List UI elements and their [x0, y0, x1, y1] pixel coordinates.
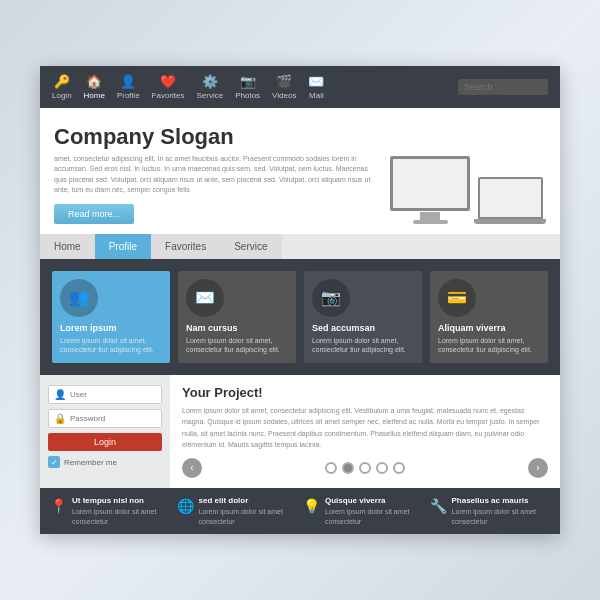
hero-section: Company Slogan amet, consectetur adipisc… — [40, 108, 560, 234]
user-input[interactable] — [70, 390, 156, 399]
card-3-title: Sed accumsan — [312, 323, 414, 333]
nav-item-login[interactable]: 🔑 Login — [52, 74, 72, 100]
project-text: Lorem ipsum dolor sit amet, consectetur … — [182, 405, 548, 450]
cards-section: 👥 Lorem ipsum Lorem ipsum dolor sit amet… — [40, 259, 560, 376]
dot-1 — [325, 462, 337, 474]
tab-service[interactable]: Service — [220, 234, 281, 259]
nav-item-videos[interactable]: 🎬 Videos — [272, 74, 296, 100]
read-more-button[interactable]: Read more... — [54, 204, 134, 224]
globe-icon: 🌐 — [177, 498, 194, 514]
home-icon: 🏠 — [86, 74, 102, 89]
password-input-row: 🔒 — [48, 409, 162, 428]
laptop-illustration — [474, 177, 546, 224]
video-icon: 🎬 — [276, 74, 292, 89]
card-2: ✉️ Nam cursus Lorem ipsum dolor sit amet… — [178, 271, 296, 364]
profile-icon: 👤 — [120, 74, 136, 89]
tab-home[interactable]: Home — [40, 234, 95, 259]
hero-title: Company Slogan — [54, 124, 380, 150]
laptop-screen — [478, 177, 543, 219]
footer-item-2-text: Lorem ipsum dolor sit amet consectetur — [199, 507, 298, 527]
project-title: Your Project! — [182, 385, 548, 400]
tab-profile[interactable]: Profile — [95, 234, 151, 259]
monitor-screen — [390, 156, 470, 211]
login-panel: 👤 🔒 Login ✓ Remember me — [40, 375, 170, 488]
hero-subtitle: amet, consectetur adipiscing elit. In ac… — [54, 154, 380, 196]
footer-item-4-title: Phasellus ac mauris — [452, 496, 551, 505]
footer-item-3: 💡 Quisque viverra Lorem ipsum dolor sit … — [303, 496, 424, 527]
footer-item-2: 🌐 sed elit dolor Lorem ipsum dolor sit a… — [177, 496, 298, 527]
heart-icon: ❤️ — [160, 74, 176, 89]
gear-icon: ⚙️ — [202, 74, 218, 89]
nav-item-favorites[interactable]: ❤️ Favorites — [152, 74, 185, 100]
dots-indicator — [202, 462, 528, 474]
monitor-base — [413, 220, 448, 224]
dot-3 — [359, 462, 371, 474]
nav-item-photos[interactable]: 📷 Photos — [235, 74, 260, 100]
nav-item-service[interactable]: ⚙️ Service — [197, 74, 224, 100]
footer-item-4-content: Phasellus ac mauris Lorem ipsum dolor si… — [452, 496, 551, 527]
card-4: 💳 Aliquam viverra Lorem ipsum dolor sit … — [430, 271, 548, 364]
nav-arrows: ‹ › — [182, 458, 548, 478]
camera-icon: 📷 — [240, 74, 256, 89]
nav-item-mail[interactable]: ✉️ Mail — [308, 74, 324, 100]
search-input[interactable] — [458, 79, 548, 95]
footer-item-1-content: Ut tempus nisl non Lorem ipsum dolor sit… — [72, 496, 171, 527]
bottom-section: 👤 🔒 Login ✓ Remember me Your Project! Lo… — [40, 375, 560, 488]
card-4-icon: 💳 — [438, 279, 476, 317]
tab-bar: Home Profile Favorites Service — [40, 234, 560, 259]
prev-button[interactable]: ‹ — [182, 458, 202, 478]
laptop-screen-inner — [480, 179, 541, 217]
hero-text: Company Slogan amet, consectetur adipisc… — [54, 124, 380, 224]
bulb-icon: 💡 — [303, 498, 320, 514]
password-input[interactable] — [70, 414, 156, 423]
card-4-title: Aliquam viverra — [438, 323, 540, 333]
footer-item-3-title: Quisque viverra — [325, 496, 424, 505]
card-3-text: Lorem ipsum dolor sit amet, consectetur … — [312, 336, 414, 356]
wrench-icon: 🔧 — [430, 498, 447, 514]
footer-item-2-content: sed elit dolor Lorem ipsum dolor sit ame… — [199, 496, 298, 527]
card-1-text: Lorem ipsum dolor sit amet, consectetur … — [60, 336, 162, 356]
footer-item-3-content: Quisque viverra Lorem ipsum dolor sit am… — [325, 496, 424, 527]
card-2-title: Nam cursus — [186, 323, 288, 333]
user-icon: 👤 — [54, 389, 66, 400]
remember-row: ✓ Remember me — [48, 456, 162, 468]
card-1: 👥 Lorem ipsum Lorem ipsum dolor sit amet… — [52, 271, 170, 364]
footer: 📍 Ut tempus nisl non Lorem ipsum dolor s… — [40, 488, 560, 535]
location-icon: 📍 — [50, 498, 67, 514]
footer-item-1: 📍 Ut tempus nisl non Lorem ipsum dolor s… — [50, 496, 171, 527]
key-icon: 🔑 — [54, 74, 70, 89]
card-4-text: Lorem ipsum dolor sit amet, consectetur … — [438, 336, 540, 356]
user-input-row: 👤 — [48, 385, 162, 404]
next-button[interactable]: › — [528, 458, 548, 478]
dot-4 — [376, 462, 388, 474]
footer-item-2-title: sed elit dolor — [199, 496, 298, 505]
footer-item-4-text: Lorem ipsum dolor sit amet consectetur — [452, 507, 551, 527]
remember-checkbox[interactable]: ✓ — [48, 456, 60, 468]
nav-item-profile[interactable]: 👤 Profile — [117, 74, 140, 100]
tab-favorites[interactable]: Favorites — [151, 234, 220, 259]
card-2-icon: ✉️ — [186, 279, 224, 317]
card-3-icon: 📷 — [312, 279, 350, 317]
dot-5 — [393, 462, 405, 474]
card-1-title: Lorem ipsum — [60, 323, 162, 333]
lock-icon: 🔒 — [54, 413, 66, 424]
nav-bar: 🔑 Login 🏠 Home 👤 Profile ❤️ Favorites ⚙️… — [40, 66, 560, 108]
dot-2 — [342, 462, 354, 474]
monitor-stand — [420, 212, 440, 220]
monitor-illustration — [390, 156, 470, 224]
footer-item-4: 🔧 Phasellus ac mauris Lorem ipsum dolor … — [430, 496, 551, 527]
mail-icon: ✉️ — [308, 74, 324, 89]
nav-item-home[interactable]: 🏠 Home — [84, 74, 105, 100]
login-button[interactable]: Login — [48, 433, 162, 451]
nav-items: 🔑 Login 🏠 Home 👤 Profile ❤️ Favorites ⚙️… — [52, 74, 324, 100]
card-3: 📷 Sed accumsan Lorem ipsum dolor sit ame… — [304, 271, 422, 364]
footer-item-3-text: Lorem ipsum dolor sit amet consectetur — [325, 507, 424, 527]
card-1-icon: 👥 — [60, 279, 98, 317]
footer-item-1-title: Ut tempus nisl non — [72, 496, 171, 505]
remember-label: Remember me — [64, 458, 117, 467]
project-panel: Your Project! Lorem ipsum dolor sit amet… — [170, 375, 560, 488]
nav-search — [458, 79, 548, 95]
monitor-screen-inner — [393, 159, 467, 208]
laptop-base — [474, 219, 546, 224]
website-mockup: 🔑 Login 🏠 Home 👤 Profile ❤️ Favorites ⚙️… — [40, 66, 560, 535]
